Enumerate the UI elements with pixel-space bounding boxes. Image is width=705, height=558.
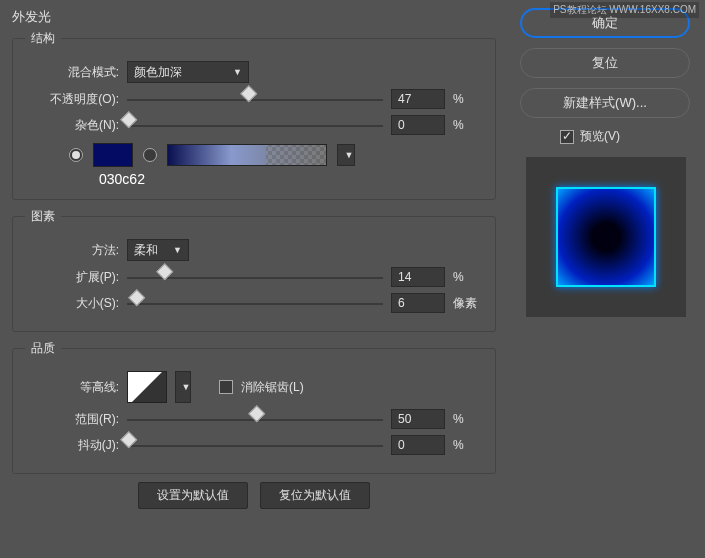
panel-title: 外发光	[12, 8, 496, 26]
preview-box	[526, 157, 686, 317]
chevron-down-icon: ▼	[182, 382, 191, 392]
technique-select[interactable]: 柔和 ▼	[127, 239, 189, 261]
quality-group: 品质 等高线: ▼ 消除锯齿(L) 范围(R): 50 % 抖动(J): 0 %	[12, 340, 496, 474]
size-unit: 像素	[453, 295, 483, 312]
size-slider[interactable]	[127, 294, 383, 312]
gradient-dropdown[interactable]: ▼	[337, 144, 355, 166]
technique-label: 方法:	[25, 242, 119, 259]
noise-unit: %	[453, 118, 483, 132]
gradient-picker[interactable]	[167, 144, 327, 166]
chevron-down-icon: ▼	[173, 245, 182, 255]
size-input[interactable]: 6	[391, 293, 445, 313]
set-default-button[interactable]: 设置为默认值	[138, 482, 248, 509]
spread-input[interactable]: 14	[391, 267, 445, 287]
spread-unit: %	[453, 270, 483, 284]
preview-checkbox[interactable]	[560, 130, 574, 144]
blend-mode-value: 颜色加深	[134, 64, 182, 81]
antialias-label: 消除锯齿(L)	[241, 379, 304, 396]
opacity-unit: %	[453, 92, 483, 106]
jitter-input[interactable]: 0	[391, 435, 445, 455]
elements-group: 图素 方法: 柔和 ▼ 扩展(P): 14 % 大小(S): 6 像素	[12, 208, 496, 332]
quality-legend: 品质	[25, 340, 61, 357]
noise-input[interactable]: 0	[391, 115, 445, 135]
reset-default-button[interactable]: 复位为默认值	[260, 482, 370, 509]
range-unit: %	[453, 412, 483, 426]
new-style-button[interactable]: 新建样式(W)...	[520, 88, 690, 118]
chevron-down-icon: ▼	[233, 67, 242, 77]
elements-legend: 图素	[25, 208, 61, 225]
jitter-unit: %	[453, 438, 483, 452]
watermark-text: PS教程论坛 WWW.16XX8.COM	[550, 2, 699, 18]
spread-slider[interactable]	[127, 268, 383, 286]
size-label: 大小(S):	[25, 295, 119, 312]
jitter-label: 抖动(J):	[25, 437, 119, 454]
preview-thumbnail	[556, 187, 656, 287]
contour-dropdown[interactable]: ▼	[175, 371, 191, 403]
opacity-label: 不透明度(O):	[25, 91, 119, 108]
color-code-text: 030c62	[99, 171, 483, 187]
preview-label: 预览(V)	[580, 128, 620, 145]
gradient-radio[interactable]	[143, 148, 157, 162]
noise-slider[interactable]	[127, 116, 383, 134]
noise-label: 杂色(N):	[25, 117, 119, 134]
structure-group: 结构 混合模式: 颜色加深 ▼ 不透明度(O): 47 % 杂色(N): 0 %	[12, 30, 496, 200]
technique-value: 柔和	[134, 242, 158, 259]
spread-label: 扩展(P):	[25, 269, 119, 286]
antialias-checkbox[interactable]	[219, 380, 233, 394]
color-swatch[interactable]	[93, 143, 133, 167]
contour-picker[interactable]	[127, 371, 167, 403]
range-slider[interactable]	[127, 410, 383, 428]
opacity-slider[interactable]	[127, 90, 383, 108]
contour-label: 等高线:	[25, 379, 119, 396]
opacity-input[interactable]: 47	[391, 89, 445, 109]
cancel-button[interactable]: 复位	[520, 48, 690, 78]
color-radio[interactable]	[69, 148, 83, 162]
structure-legend: 结构	[25, 30, 61, 47]
range-label: 范围(R):	[25, 411, 119, 428]
blend-mode-label: 混合模式:	[25, 64, 119, 81]
jitter-slider[interactable]	[127, 436, 383, 454]
range-input[interactable]: 50	[391, 409, 445, 429]
chevron-down-icon: ▼	[345, 150, 354, 160]
blend-mode-select[interactable]: 颜色加深 ▼	[127, 61, 249, 83]
